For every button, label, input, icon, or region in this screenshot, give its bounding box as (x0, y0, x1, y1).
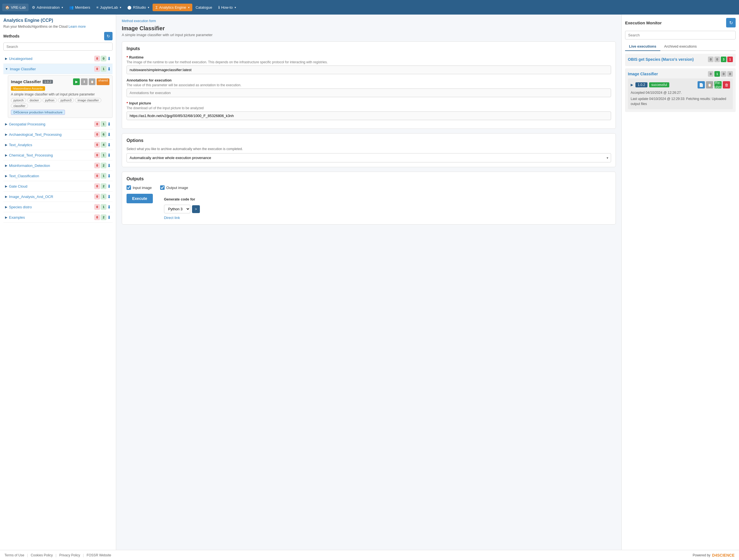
play-button[interactable]: ▶ (73, 79, 80, 85)
members-icon: 👥 (69, 5, 73, 9)
tag-docker: docker (27, 98, 41, 103)
category-image-analysis[interactable]: ▶ Image_Analysis_And_OCR 0 1 ⬇ (3, 191, 113, 202)
footer-terms-link[interactable]: Terms of Use (4, 553, 24, 557)
badge-red: 0 (94, 56, 100, 61)
direct-link[interactable]: Direct link (164, 216, 180, 220)
download-icon[interactable]: ⬇ (107, 173, 111, 179)
right-panel: Execution Monitor ↻ Live executions Arch… (621, 15, 739, 550)
footer-privacy-link[interactable]: Privacy Policy (59, 553, 80, 557)
download-icon[interactable]: ⬇ (107, 132, 111, 137)
category-examples[interactable]: ▶ Examples 0 2 ⬇ (3, 212, 113, 223)
nav-howto-label: How-to (221, 5, 233, 9)
panel-title: Analytics Engine (CCP) (3, 18, 113, 23)
exec-monitor-refresh-button[interactable]: ↻ (726, 18, 736, 27)
copy-button[interactable]: 📋 (89, 79, 96, 85)
arrow-icon: ▶ (5, 153, 7, 157)
category-species-distro[interactable]: ▶ Species distro 0 1 ⬇ (3, 202, 113, 212)
download-icon[interactable]: ⬇ (107, 56, 111, 61)
footer-fossr-link[interactable]: FOSSR Website (87, 553, 111, 557)
nav-howto[interactable]: ℹ How-to ▾ (215, 4, 239, 11)
nav-members-label: Members (75, 5, 90, 9)
learn-more-link[interactable]: Learn more (68, 25, 86, 28)
category-image-classifier[interactable]: ▼ Image Classifier 0 1 ⬇ (3, 64, 113, 74)
exec-version-pill: 1.0.2 (635, 82, 647, 87)
inputs-title: Inputs (127, 46, 611, 51)
input-image-checkbox-label[interactable]: Input image (127, 185, 152, 190)
category-archaeological[interactable]: ▶ Archaeological_Text_Processing 0 6 ⬇ (3, 129, 113, 140)
nav-jupyterlab[interactable]: ≡ JupyterLab ▾ (94, 4, 124, 11)
download-icon[interactable]: ⬇ (107, 66, 111, 72)
chevron-down-icon-5: ▾ (235, 6, 236, 9)
tag-pytorch: pytorch (11, 98, 26, 103)
runtime-input[interactable] (127, 65, 611, 74)
exec-action-download-button[interactable]: 📋 (706, 81, 713, 89)
exec-monitor-header: Execution Monitor ↻ (625, 18, 736, 27)
archive-select[interactable]: Automatically archive whole execution pr… (127, 153, 611, 162)
nav-rstudio[interactable]: ⬤ RStudio ▾ (125, 4, 152, 11)
nav-rstudio-label: RStudio (133, 5, 146, 9)
tab-archived-executions[interactable]: Archived executions (660, 42, 701, 51)
nav-members[interactable]: 👥 Members (66, 4, 93, 11)
category-chemical[interactable]: ▶ Chemical_Text_Processing 0 1 ⬇ (3, 150, 113, 160)
exec-tabs: Live executions Archived executions (625, 42, 736, 51)
category-name: Chemical_Text_Processing (9, 153, 53, 157)
category-misinformation[interactable]: ▶ Misinformation_Detection 0 2 ⬇ (3, 160, 113, 171)
download-icon[interactable]: ⬇ (107, 194, 111, 199)
execute-button[interactable]: Execute (127, 194, 153, 203)
category-text-classification[interactable]: ▶ Text_Classification 0 1 ⬇ (3, 171, 113, 181)
nav-jupyterlab-label: JupyterLab (100, 5, 118, 9)
category-name: Archaeological_Text_Processing (9, 132, 61, 137)
expand-icon[interactable]: ▶ (631, 83, 633, 87)
exec-badge-ic-3: 0 (727, 71, 733, 77)
category-uncategorised[interactable]: ▶ Uncategorised 0 0 ⬇ (3, 53, 113, 64)
methods-refresh-button[interactable]: ↻ (104, 32, 113, 40)
badge-red: 0 (94, 173, 100, 179)
input-picture-field-group: * Input picture The download url of the … (127, 101, 611, 120)
code-run-button[interactable]: > (192, 205, 200, 213)
shared-tag: shared (97, 79, 110, 85)
badge-red: 0 (94, 66, 100, 72)
input-picture-label: * Input picture (127, 101, 611, 105)
arrow-icon: ▶ (5, 184, 7, 188)
exec-item-name-obis[interactable]: OBIS get Species (Marco's version) (628, 57, 694, 61)
badge-red: 0 (94, 163, 100, 168)
footer-cookies-link[interactable]: Cookies Policy (31, 553, 53, 557)
exec-item-name-ic[interactable]: Image Classifier (628, 72, 658, 76)
download-icon[interactable]: ⬇ (107, 142, 111, 148)
nav-analytics-engine[interactable]: Σ Analytics Engine ▾ (153, 4, 192, 11)
input-picture-input[interactable] (127, 112, 611, 120)
output-image-checkbox[interactable] (160, 185, 165, 190)
exec-action-logs-button[interactable]: 📄 (698, 81, 705, 89)
download-icon[interactable]: ⬇ (107, 122, 111, 127)
nav-home[interactable]: 🏠 VRE-Lab (2, 4, 28, 11)
nav-catalogue[interactable]: Catalogue (193, 4, 215, 11)
annotations-input[interactable] (127, 89, 611, 97)
nav-administration[interactable]: ⚙ Administration ▾ (29, 4, 66, 11)
input-image-checkbox[interactable] (127, 185, 131, 190)
download-icon[interactable]: ⬇ (107, 153, 111, 158)
download-icon[interactable]: ⬇ (107, 163, 111, 168)
methods-header: Methods ↻ (3, 32, 113, 40)
inputs-section: Inputs * Runtime The image of the runtim… (122, 41, 616, 129)
download-icon[interactable]: ⬇ (107, 215, 111, 220)
exec-resubmit-button[interactable]: Re-submit (714, 81, 722, 89)
badge-green: 1 (101, 121, 106, 127)
chevron-down-icon-2: ▾ (120, 6, 121, 9)
download-method-button[interactable]: ⬇ (81, 79, 88, 85)
exec-badge-2: 3 (721, 56, 726, 62)
version-badge: 1.0.2 (42, 80, 53, 84)
exec-search-input[interactable] (625, 31, 736, 39)
category-text-analytics[interactable]: ▶ Text_Analytics 0 4 ⬇ (3, 140, 113, 150)
download-icon[interactable]: ⬇ (107, 184, 111, 189)
methods-search-input[interactable] (3, 42, 113, 51)
output-image-checkbox-label[interactable]: Output image (160, 185, 188, 190)
code-language-select[interactable]: Python 3 (164, 205, 190, 214)
badge-green: 2 (101, 215, 106, 220)
exec-delete-button[interactable]: 🗑 (723, 81, 730, 89)
download-icon[interactable]: ⬇ (107, 204, 111, 210)
category-geospatial[interactable]: ▶ Geospatial Processing 0 1 ⬇ (3, 119, 113, 129)
category-gate-cloud[interactable]: ▶ Gate Cloud 0 2 ⬇ (3, 181, 113, 191)
annotations-hint: The value of this parameter will be asso… (127, 83, 611, 87)
exec-item-obis: OBIS get Species (Marco's version) 0 0 3… (625, 54, 736, 66)
tab-live-executions[interactable]: Live executions (625, 42, 660, 51)
